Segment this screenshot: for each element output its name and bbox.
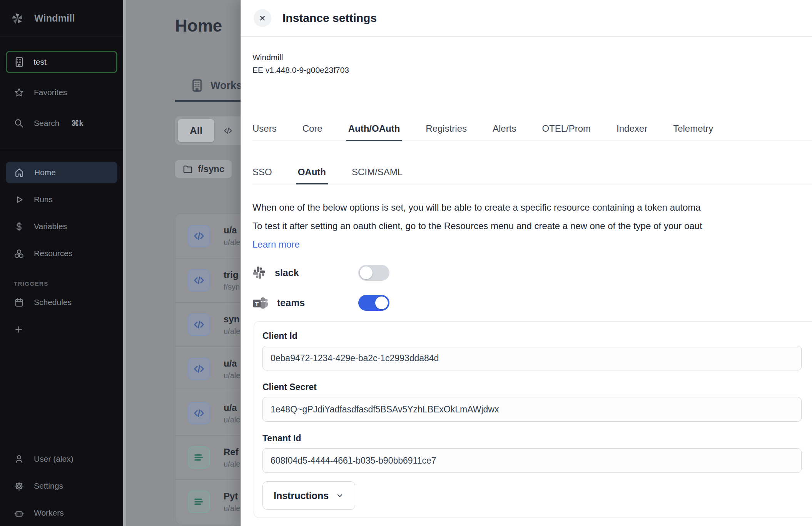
slack-icon (252, 266, 266, 279)
instance-settings-drawer: Instance settings Windmill EE v1.448.0-9… (241, 0, 812, 526)
boxes-icon (14, 248, 24, 259)
sidebar-item-home[interactable]: Home (6, 162, 117, 183)
folder-icon (182, 164, 193, 174)
client-id-input[interactable] (262, 346, 802, 370)
instance-name: Windmill (252, 51, 812, 64)
sidebar-item-user[interactable]: User (alex) (6, 448, 117, 470)
plus-icon (14, 325, 23, 334)
tab-otel-prom[interactable]: OTEL/Prom (542, 123, 591, 141)
sidebar-divider (0, 149, 123, 149)
item-title: Pyt (224, 491, 240, 502)
sidebar-item-resources[interactable]: Resources (6, 243, 117, 264)
item-path: u/ale (224, 415, 240, 424)
teams-toggle[interactable] (358, 295, 389, 311)
triggers-heading: TRIGGERS (14, 280, 117, 287)
sidebar-item-settings[interactable]: Settings (6, 475, 117, 497)
client-secret-input[interactable] (262, 397, 802, 422)
subtab-scim-saml[interactable]: SCIM/SAML (352, 167, 403, 184)
description-line-1: When one of the below options is set, yo… (252, 198, 812, 217)
code-filter-icon[interactable] (223, 126, 233, 136)
tab-core[interactable]: Core (302, 123, 322, 141)
sidebar-item-label: Favorites (34, 88, 67, 97)
gear-icon (14, 481, 24, 491)
workspace-name: test (33, 57, 47, 67)
item-path: u/ale (224, 504, 240, 513)
building-icon (190, 78, 204, 93)
sidebar-item-favorites[interactable]: Favorites (6, 82, 117, 103)
subtab-sso[interactable]: SSO (252, 167, 272, 184)
client-secret-label: Client Secret (262, 382, 802, 392)
flow-icon (188, 446, 210, 469)
script-icon (188, 402, 210, 424)
sidebar-item-label: User (alex) (34, 454, 74, 464)
provider-name: slack (275, 267, 299, 278)
item-path: u/ale (224, 327, 240, 336)
home-icon (14, 167, 25, 178)
provider-name: teams (277, 297, 305, 308)
tab-registries[interactable]: Registries (426, 123, 467, 141)
item-title: u/a (224, 402, 240, 413)
tab-workspace[interactable]: Works (175, 78, 251, 102)
instructions-button[interactable]: Instructions (262, 481, 355, 510)
description-line-2: To test it after setting an oauth client… (252, 217, 812, 235)
sidebar: Windmill test (0, 0, 123, 526)
sidebar-item-label: Runs (34, 195, 53, 204)
sidebar-item-label: Home (34, 168, 56, 177)
tab-alerts[interactable]: Alerts (493, 123, 516, 141)
item-title: syn (224, 314, 240, 325)
sidebar-nav: test Favorites Search ⌘k (0, 51, 123, 340)
sidebar-item-label: Variables (34, 222, 67, 231)
oauth-description: When one of the below options is set, yo… (252, 198, 812, 254)
sidebar-item-schedules[interactable]: Schedules (6, 291, 117, 313)
folder-chip[interactable]: f/sync (175, 160, 232, 178)
script-icon (188, 225, 210, 247)
item-path: f/syn (224, 283, 240, 291)
workspace-selector[interactable]: test (6, 51, 117, 73)
instructions-label: Instructions (274, 490, 329, 501)
teams-oauth-config-card: Client Id Client Secret Tenant Id Instru… (254, 321, 812, 518)
client-id-label: Client Id (262, 331, 802, 341)
sidebar-item-variables[interactable]: Variables (6, 216, 117, 237)
slack-toggle[interactable] (358, 265, 389, 281)
item-title: u/a (224, 358, 240, 369)
search-icon (14, 118, 24, 129)
oauth-providers: slack T (252, 258, 812, 318)
flow-icon (188, 491, 210, 513)
auth-subtabs: SSO OAuth SCIM/SAML (252, 167, 812, 184)
sidebar-item-search[interactable]: Search ⌘k (6, 112, 117, 134)
filter-all-button[interactable]: All (178, 119, 214, 142)
building-icon (13, 56, 25, 68)
folder-chip-label: f/sync (198, 164, 224, 174)
tenant-id-input[interactable] (262, 448, 802, 473)
tab-auth-oauth[interactable]: Auth/OAuth (348, 123, 400, 141)
close-button[interactable] (254, 9, 271, 27)
tab-users[interactable]: Users (252, 123, 277, 141)
drawer-title: Instance settings (282, 12, 377, 25)
drawer-header: Instance settings (241, 0, 812, 37)
subtab-oauth[interactable]: OAuth (298, 167, 326, 184)
sidebar-item-label: Resources (34, 249, 72, 258)
learn-more-link[interactable]: Learn more (252, 235, 812, 254)
instance-info: Windmill EE v1.448.0-9-g00e23f703 (252, 51, 812, 76)
provider-row-slack: slack (252, 258, 812, 288)
add-trigger-button[interactable] (6, 318, 117, 340)
svg-text:T: T (255, 301, 259, 307)
sidebar-item-runs[interactable]: Runs (6, 189, 117, 210)
script-icon (188, 313, 210, 336)
kind-filter-group: All (175, 116, 251, 145)
sidebar-item-label: Search (34, 119, 60, 128)
sidebar-bottom: User (alex) Settings (6, 448, 117, 524)
sidebar-item-workers[interactable]: Workers (6, 502, 117, 524)
settings-tabs: Users Core Auth/OAuth Registries Alerts … (252, 123, 812, 141)
star-icon (14, 87, 24, 98)
tab-telemetry[interactable]: Telemetry (673, 123, 713, 141)
user-icon (14, 454, 24, 464)
drawer-body: Windmill EE v1.448.0-9-g00e23f703 Users … (241, 37, 812, 526)
tab-workspace-label: Works (211, 80, 242, 92)
script-icon (188, 269, 210, 291)
tab-indexer[interactable]: Indexer (617, 123, 647, 141)
search-shortcut: ⌘k (72, 119, 84, 128)
windmill-logo-icon (10, 12, 24, 25)
robot-icon (14, 508, 24, 518)
sidebar-item-label: Schedules (34, 298, 72, 307)
